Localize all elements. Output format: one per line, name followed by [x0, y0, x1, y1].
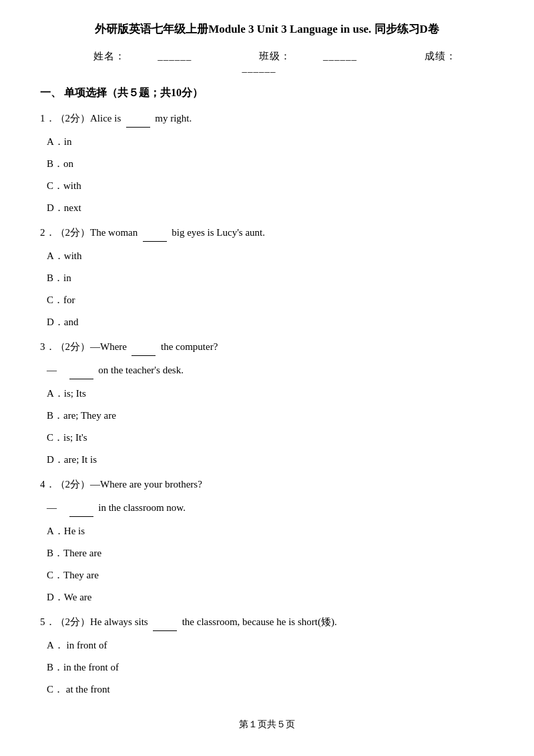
q3-option-d[interactable]: D．are; It is: [47, 451, 494, 469]
page-title: 外研版英语七年级上册Module 3 Unit 3 Language in us…: [40, 20, 494, 38]
q1-option-b[interactable]: B．on: [47, 155, 494, 173]
class-label: 班级：______: [243, 51, 373, 61]
question-1-text: 1．（2分）Alice is my right.: [40, 110, 494, 128]
q5-option-c[interactable]: C． at the front: [47, 681, 494, 699]
q4-option-d[interactable]: D．We are: [47, 588, 494, 606]
q2-blank[interactable]: [143, 241, 167, 242]
question-5: 5．（2分）He always sits the classroom, beca…: [40, 613, 494, 699]
q3-answer-line: — on the teacher's desk.: [47, 361, 494, 379]
question-5-text: 5．（2分）He always sits the classroom, beca…: [40, 613, 494, 631]
page-footer: 第１页共５页: [40, 719, 494, 731]
question-3-text: 3．（2分）—Where the computer?: [40, 338, 494, 356]
q4-blank[interactable]: [69, 516, 93, 517]
question-4-text: 4．（2分）—Where are your brothers?: [40, 476, 494, 494]
q5-blank[interactable]: [153, 630, 177, 631]
question-1: 1．（2分）Alice is my right. A．in B．on C．wit…: [40, 110, 494, 217]
q3-blank1[interactable]: [131, 355, 156, 356]
q2-option-d[interactable]: D．and: [47, 313, 494, 331]
q4-option-a[interactable]: A．He is: [47, 522, 494, 540]
question-2: 2．（2分）The woman big eyes is Lucy's aunt.…: [40, 224, 494, 331]
q1-blank[interactable]: [126, 127, 150, 128]
question-2-text: 2．（2分）The woman big eyes is Lucy's aunt.: [40, 224, 494, 242]
name-label: 姓名：______: [77, 51, 208, 61]
q2-option-b[interactable]: B．in: [47, 269, 494, 287]
q3-option-c[interactable]: C．is; It's: [47, 429, 494, 447]
q3-option-b[interactable]: B．are; They are: [47, 407, 494, 425]
q3-blank2[interactable]: [69, 379, 93, 379]
info-row: 姓名：______ 班级：______ 成绩：______: [40, 50, 494, 74]
q3-option-a[interactable]: A．is; Its: [47, 385, 494, 403]
q4-option-c[interactable]: C．They are: [47, 566, 494, 584]
q2-option-c[interactable]: C．for: [47, 291, 494, 309]
question-4: 4．（2分）—Where are your brothers? — in the…: [40, 476, 494, 606]
q1-option-a[interactable]: A．in: [47, 133, 494, 151]
q1-option-d[interactable]: D．next: [47, 199, 494, 217]
q4-option-b[interactable]: B．There are: [47, 544, 494, 562]
q2-option-a[interactable]: A．with: [47, 247, 494, 265]
question-3: 3．（2分）—Where the computer? — on the teac…: [40, 338, 494, 469]
q4-answer-line: — in the classroom now.: [47, 499, 494, 517]
section1-title: 一、 单项选择（共５题；共10分）: [40, 86, 494, 100]
q5-option-a[interactable]: A． in front of: [47, 636, 494, 654]
q5-option-b[interactable]: B．in the front of: [47, 658, 494, 677]
q1-option-c[interactable]: C．with: [47, 177, 494, 195]
